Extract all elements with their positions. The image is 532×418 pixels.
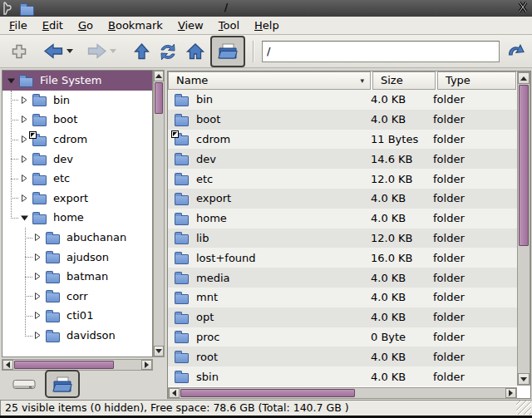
scroll-up-button[interactable]	[154, 71, 164, 81]
menu-edit[interactable]: Edit	[35, 17, 71, 33]
file-row-home[interactable]: home 4.0 KB folder	[168, 209, 517, 229]
expander-closed-icon[interactable]	[19, 174, 29, 184]
scroll-down-button[interactable]	[154, 346, 164, 357]
menu-bookmark[interactable]: Bookmark	[101, 17, 170, 33]
triangle-down-icon	[520, 377, 527, 381]
file-row-proc[interactable]: proc 0 Byte folder	[168, 327, 517, 347]
menubar: File Edit Go Bookmark View Tool Help	[0, 17, 532, 35]
column-header-name[interactable]: Name ▾	[168, 71, 371, 90]
sidebar-vertical-scrollbar[interactable]	[153, 70, 165, 357]
column-header-type[interactable]: Type	[437, 71, 516, 90]
open-folder-toggle-button[interactable]	[210, 36, 245, 67]
file-type: folder	[433, 133, 465, 145]
back-dropdown-icon[interactable]	[66, 49, 73, 53]
tree-item-cdrom[interactable]: cdrom	[2, 130, 152, 150]
file-name: lib	[196, 232, 371, 244]
file-row-bin[interactable]: bin 4.0 KB folder	[168, 90, 517, 110]
folder-icon	[175, 135, 189, 145]
file-row-sbin[interactable]: sbin 4.0 KB folder	[168, 366, 517, 386]
menu-file[interactable]: File	[2, 17, 35, 33]
expander-open-icon[interactable]	[6, 76, 16, 86]
expander-closed-icon[interactable]	[32, 233, 42, 243]
tree-item-ajudson[interactable]: ajudson	[2, 247, 152, 267]
tree-item-abuchanan[interactable]: abuchanan	[2, 228, 152, 248]
back-button[interactable]	[43, 38, 73, 65]
tree-item-label: export	[53, 192, 88, 204]
expander-closed-icon[interactable]	[19, 135, 29, 145]
scroll-down-button[interactable]	[518, 373, 530, 385]
file-row-boot[interactable]: boot 4.0 KB folder	[168, 110, 517, 130]
directory-tree-pane-button[interactable]	[45, 370, 80, 398]
file-row-root[interactable]: root 4.0 KB folder	[168, 347, 517, 366]
scroll-right-button[interactable]	[505, 388, 516, 398]
tree-item-batman[interactable]: batman	[2, 267, 152, 287]
file-name: bin	[196, 93, 371, 106]
expander-closed-icon[interactable]	[19, 193, 29, 203]
menu-tool[interactable]: Tool	[211, 17, 247, 33]
refresh-icon	[158, 42, 178, 61]
file-row-media[interactable]: media 4.0 KB folder	[168, 268, 517, 288]
scroll-up-button[interactable]	[518, 72, 530, 84]
tree-item-etc[interactable]: etc	[2, 169, 152, 189]
tree-item-cti01[interactable]: cti01	[2, 306, 152, 326]
sort-dropdown-icon[interactable]: ▾	[360, 72, 364, 89]
resize-grip[interactable]	[516, 401, 531, 415]
scroll-left-button[interactable]	[169, 388, 180, 398]
places-pane-button[interactable]	[8, 372, 40, 396]
file-row-etc[interactable]: etc 12.0 KB folder	[168, 169, 517, 189]
file-row-export[interactable]: export 4.0 KB folder	[168, 189, 517, 209]
home-button[interactable]	[185, 38, 205, 65]
scrollbar-thumb[interactable]	[519, 85, 529, 246]
expander-closed-icon[interactable]	[19, 115, 29, 125]
forward-dropdown-icon[interactable]	[110, 49, 116, 53]
new-tab-button[interactable]	[10, 38, 28, 65]
tree-item-file-system[interactable]: File System	[2, 71, 152, 91]
folder-icon	[175, 353, 189, 363]
file-size: 4.0 KB	[371, 272, 433, 284]
forward-button[interactable]	[86, 38, 116, 65]
file-row-cdrom[interactable]: cdrom 11 Bytes folder	[168, 130, 517, 150]
file-row-lib[interactable]: lib 12.0 KB folder	[168, 229, 517, 248]
tree-item-bin[interactable]: bin	[2, 91, 152, 111]
tree-item-davidson[interactable]: davidson	[2, 326, 152, 346]
expander-closed-icon[interactable]	[32, 252, 42, 262]
go-button[interactable]	[506, 42, 525, 61]
tree-item-boot[interactable]: boot	[2, 110, 152, 130]
file-row-lost-found[interactable]: lost+found 16.0 KB folder	[168, 248, 517, 268]
expander-closed-icon[interactable]	[32, 291, 42, 301]
main-vertical-scrollbar[interactable]	[517, 71, 530, 386]
location-input[interactable]	[262, 41, 500, 62]
symlink-emblem-icon	[29, 131, 37, 139]
menu-view[interactable]: View	[170, 17, 211, 33]
folder-icon	[46, 234, 60, 244]
up-button[interactable]	[133, 38, 150, 65]
column-header-size[interactable]: Size	[372, 71, 436, 90]
scrollbar-thumb[interactable]	[180, 389, 355, 397]
refresh-button[interactable]	[158, 38, 178, 65]
toolbar	[0, 35, 532, 68]
file-row-opt[interactable]: opt 4.0 KB folder	[168, 307, 517, 327]
expander-open-icon[interactable]	[19, 213, 29, 223]
file-row-dev[interactable]: dev 14.6 KB folder	[168, 149, 517, 169]
file-size: 11 Bytes	[371, 133, 433, 145]
go-jump-icon	[506, 42, 525, 61]
tree-item-export[interactable]: export	[2, 189, 152, 209]
expander-closed-icon[interactable]	[32, 311, 42, 321]
folder-icon	[46, 273, 60, 283]
tree-item-label: bin	[53, 94, 70, 106]
scrollbar-thumb[interactable]	[14, 361, 114, 369]
tree-item-corr[interactable]: corr	[2, 287, 152, 307]
menu-go[interactable]: Go	[71, 17, 101, 33]
scrollbar-thumb[interactable]	[155, 82, 163, 114]
tree-item-home[interactable]: home	[2, 208, 152, 228]
menu-help[interactable]: Help	[247, 17, 287, 33]
file-row-mnt[interactable]: mnt 4.0 KB folder	[168, 288, 517, 307]
expander-closed-icon[interactable]	[32, 272, 42, 282]
tree-item-dev[interactable]: dev	[2, 149, 152, 169]
titlebar[interactable]: /	[0, 0, 532, 17]
expander-closed-icon[interactable]	[19, 95, 29, 105]
expander-closed-icon[interactable]	[32, 331, 42, 341]
main-horizontal-scrollbar[interactable]	[168, 387, 517, 399]
folder-icon	[175, 373, 189, 383]
expander-closed-icon[interactable]	[19, 154, 29, 164]
